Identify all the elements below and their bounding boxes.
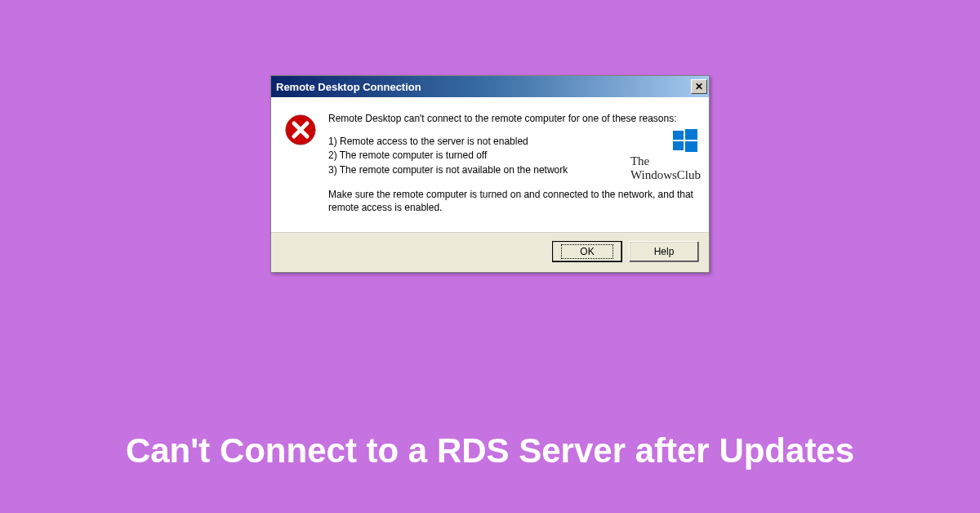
message-intro: Remote Desktop can't connect to the remo… xyxy=(328,112,696,125)
reason-item: 1) Remote access to the server is not en… xyxy=(328,135,696,148)
titlebar[interactable]: Remote Desktop Connection ✕ xyxy=(271,76,709,97)
reason-item: 2) The remote computer is turned off xyxy=(328,149,696,162)
close-button[interactable]: ✕ xyxy=(691,79,707,94)
dialog-body: Remote Desktop can't connect to the remo… xyxy=(271,97,709,232)
message-reasons: 1) Remote access to the server is not en… xyxy=(328,135,696,176)
error-dialog: Remote Desktop Connection ✕ Remote Deskt… xyxy=(270,75,710,273)
dialog-title: Remote Desktop Connection xyxy=(276,81,421,93)
page-caption: Can't Connect to a RDS Server after Upda… xyxy=(0,431,980,471)
ok-button[interactable]: OK xyxy=(552,241,622,262)
close-icon: ✕ xyxy=(695,81,703,92)
ok-button-label: OK xyxy=(561,244,612,259)
button-bar: OK Help xyxy=(271,232,709,272)
help-button[interactable]: Help xyxy=(629,241,699,262)
reason-item: 3) The remote computer is not available … xyxy=(328,163,696,176)
message-content: Remote Desktop can't connect to the remo… xyxy=(328,112,696,214)
help-button-label: Help xyxy=(654,246,675,257)
message-advice: Make sure the remote computer is turned … xyxy=(328,188,696,214)
error-icon xyxy=(284,114,317,146)
